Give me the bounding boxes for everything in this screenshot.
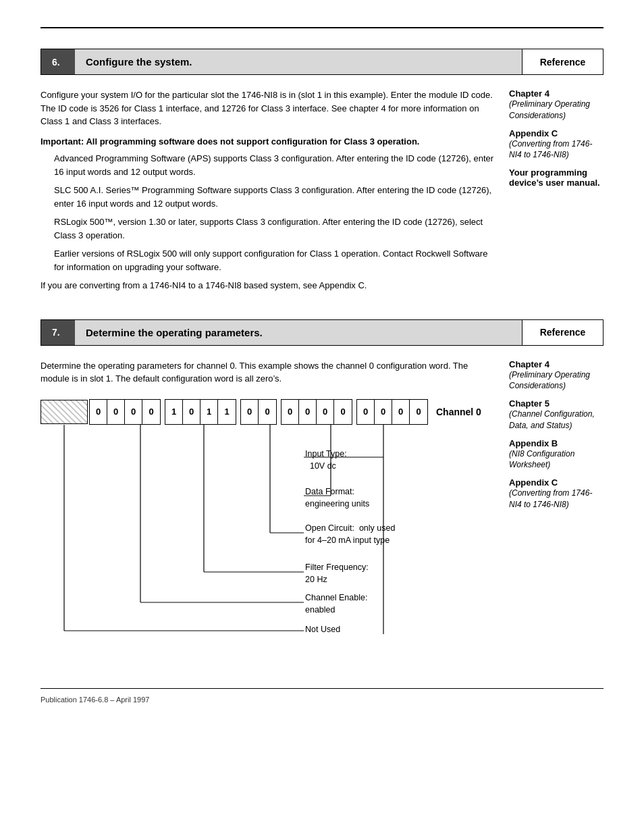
bit-g4-b3: 0 bbox=[281, 400, 299, 424]
hatched-reserved bbox=[41, 400, 88, 424]
section6-header: 6. Configure the system. Reference bbox=[41, 49, 603, 75]
bit-g5-b1: 0 bbox=[392, 400, 410, 424]
important-text: All programming software does not suppor… bbox=[84, 136, 419, 147]
section6-number: 6. bbox=[41, 49, 75, 74]
footer: Publication 1746-6.8 – April 1997 bbox=[41, 688, 603, 704]
annotation-container: Input Type: 10V dc Data Format:engineeri… bbox=[41, 425, 473, 648]
bit-g4-b0: 0 bbox=[334, 400, 352, 424]
annotation-svg bbox=[41, 425, 473, 648]
section7-ref-chapter4: Chapter 4 (Preliminary Operating Conside… bbox=[509, 359, 603, 392]
bit-g2-b0: 1 bbox=[218, 400, 236, 424]
bit-group-4: 0 0 0 0 bbox=[281, 399, 352, 425]
section7-ref-appendixc: Appendix C (Converting from 1746-NI4 to … bbox=[509, 477, 603, 511]
footer-text: Publication 1746-6.8 – April 1997 bbox=[41, 696, 149, 704]
bit-g5-b3: 0 bbox=[357, 400, 375, 424]
bit-g4-b2: 0 bbox=[299, 400, 317, 424]
section7-number: 7. bbox=[41, 320, 75, 345]
section6-converting-note: If you are converting from a 1746-NI4 to… bbox=[41, 279, 495, 292]
section7-para1: Determine the operating parameters for c… bbox=[41, 359, 495, 386]
annotation-input-type: Input Type: 10V dc bbox=[305, 448, 347, 473]
section6-ref-usermanual: Your programming device’s user manual. bbox=[509, 167, 603, 188]
bit-group-1: 0 0 0 0 bbox=[89, 399, 161, 425]
annotation-channel-enable: Channel Enable:enabled bbox=[305, 592, 367, 617]
section7-ref-chapter5-detail: (Channel Configuration, Data, and Status… bbox=[509, 409, 603, 432]
annotation-not-used: Not Used bbox=[305, 623, 340, 636]
section6-indent2: SLC 500 A.I. Series™ Programming Softwar… bbox=[54, 184, 495, 210]
annotation-data-format: Data Format:engineering units bbox=[305, 486, 369, 511]
section7-header: 7. Determine the operating parameters. R… bbox=[41, 319, 603, 346]
bit-g2-b1: 1 bbox=[200, 400, 218, 424]
bit-g3-b0: 0 bbox=[259, 400, 276, 424]
channel-label: Channel 0 bbox=[436, 407, 481, 417]
section6-ref-chapter4: Chapter 4 (Preliminary Operating Conside… bbox=[509, 88, 603, 122]
section7-ref-appendixb-title: Appendix B bbox=[509, 438, 603, 448]
section6-content: Configure your system I/O for the partic… bbox=[41, 88, 603, 299]
annotation-filter-frequency: Filter Frequency:20 Hz bbox=[305, 561, 369, 587]
section7-ref-chapter4-title: Chapter 4 bbox=[509, 359, 603, 369]
section6-ref-appendixc-title: Appendix C bbox=[509, 128, 603, 138]
section7-ref-appendixc-title: Appendix C bbox=[509, 477, 603, 488]
top-rule bbox=[41, 27, 603, 28]
section6-ref-usermanual-title: Your programming device’s user manual. bbox=[509, 167, 603, 188]
section6-sidebar: Chapter 4 (Preliminary Operating Conside… bbox=[509, 88, 603, 299]
section6-title: Configure the system. bbox=[75, 49, 522, 74]
bit-g2-b3: 1 bbox=[165, 400, 183, 424]
bit-g1-b1: 0 bbox=[125, 400, 142, 424]
section7-reference-label: Reference bbox=[522, 320, 603, 345]
section7-ref-appendixc-detail: (Converting from 1746-NI4 to 1746-NI8) bbox=[509, 488, 603, 511]
section6-reference-label: Reference bbox=[522, 49, 603, 74]
bit-g1-b2: 0 bbox=[107, 400, 125, 424]
section6-main: Configure your system I/O for the partic… bbox=[41, 88, 495, 299]
section6-ref-chapter4-detail: (Preliminary Operating Considerations) bbox=[509, 99, 603, 122]
section6-indent3: RSLogix 500™, version 1.30 or later, sup… bbox=[54, 215, 495, 242]
bit-g1-b0: 0 bbox=[142, 400, 160, 424]
important-label: Important: bbox=[41, 136, 84, 147]
section7-content: Determine the operating parameters for c… bbox=[41, 359, 603, 661]
page: 6. Configure the system. Reference Confi… bbox=[0, 0, 644, 745]
section6-ref-appendixc: Appendix C (Converting from 1746-NI4 to … bbox=[509, 128, 603, 161]
bit-group-3: 0 0 bbox=[240, 399, 277, 425]
section7-ref-appendixb-detail: (NI8 Configuration Worksheet) bbox=[509, 448, 603, 471]
section7-main: Determine the operating parameters for c… bbox=[41, 359, 495, 661]
section7-title: Determine the operating parameters. bbox=[75, 320, 522, 345]
section6-ref-appendixc-detail: (Converting from 1746-NI4 to 1746-NI8) bbox=[509, 138, 603, 161]
bit-g1-b3: 0 bbox=[90, 400, 107, 424]
bit-group-5: 0 0 0 0 bbox=[356, 399, 428, 425]
bit-g5-b0: 0 bbox=[410, 400, 427, 424]
bit-g5-b2: 0 bbox=[375, 400, 392, 424]
section7-ref-appendixb: Appendix B (NI8 Configuration Worksheet) bbox=[509, 438, 603, 471]
section6-important-line: Important: All programming software does… bbox=[41, 135, 495, 149]
bit-g3-b1: 0 bbox=[241, 400, 259, 424]
section6-ref-chapter4-title: Chapter 4 bbox=[509, 88, 603, 99]
bit-group-2: 1 0 1 1 bbox=[165, 399, 236, 425]
section7-ref-chapter5: Chapter 5 (Channel Configuration, Data, … bbox=[509, 398, 603, 432]
section6-indent4: Earlier versions of RSLogix 500 will onl… bbox=[54, 247, 495, 273]
section7-ref-chapter4-detail: (Preliminary Operating Considerations) bbox=[509, 369, 603, 392]
bit-g4-b1: 0 bbox=[317, 400, 334, 424]
section6-para1: Configure your system I/O for the partic… bbox=[41, 88, 495, 128]
bit-diagram: 0 0 0 0 1 0 1 1 bbox=[41, 399, 495, 648]
section6-indent1: Advanced Programming Software (APS) supp… bbox=[54, 152, 495, 178]
section7-ref-chapter5-title: Chapter 5 bbox=[509, 398, 603, 409]
bit-g2-b2: 0 bbox=[183, 400, 200, 424]
annotation-open-circuit: Open Circuit: only usedfor 4–20 mA input… bbox=[305, 522, 395, 548]
section7-sidebar: Chapter 4 (Preliminary Operating Conside… bbox=[509, 359, 603, 661]
